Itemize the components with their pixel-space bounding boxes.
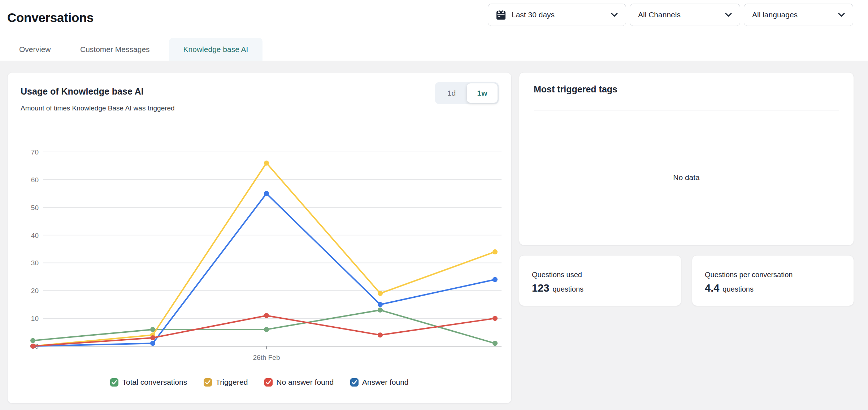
svg-text:70: 70 [31,148,39,156]
granularity-toggle: 1d 1w [435,82,499,104]
questions-per-conversation-card: Questions per conversation 4.4 questions [692,255,854,306]
tab-overview[interactable]: Overview [19,38,51,61]
legend-checkbox[interactable] [204,378,212,387]
usage-line-chart: 01020304050607026th Feb [8,140,512,375]
legend-item-total-conversations[interactable]: Total conversations [110,378,187,387]
date-range-label: Last 30 days [512,10,555,19]
svg-text:60: 60 [31,176,39,184]
legend-label: No answer found [276,378,334,387]
legend-item-answer-found[interactable]: Answer found [350,378,408,387]
stat-value-row: 4.4 questions [705,282,754,294]
legend-item-no-answer-found[interactable]: No answer found [264,378,334,387]
stat-label: Questions used [532,271,582,279]
date-range-dropdown[interactable]: Last 30 days [488,4,626,26]
checkmark-icon [112,380,117,385]
content-area: Usage of Knowledge base AI Amount of tim… [0,61,868,410]
usage-card-subtitle: Amount of times Knowledge Base AI was tr… [21,104,175,112]
tab-knowledge-base-ai[interactable]: Knowledge base AI [169,38,262,61]
page-title: Conversations [7,10,94,25]
svg-text:40: 40 [31,232,39,239]
svg-text:30: 30 [31,259,39,267]
no-data-text: No data [519,110,854,245]
most-triggered-tags-card: Most triggered tags No data [519,72,854,245]
usage-card: Usage of Knowledge base AI Amount of tim… [7,72,512,404]
checkmark-icon [352,380,357,385]
checkmark-icon [266,380,271,385]
stat-value: 4.4 [705,282,719,294]
languages-dropdown[interactable]: All languages [744,4,853,26]
usage-card-title: Usage of Knowledge base AI [21,86,144,97]
legend-checkbox[interactable] [264,378,273,387]
toggle-option-1d[interactable]: 1d [436,83,467,103]
legend-checkbox[interactable] [110,378,118,387]
chart-legend: Total conversationsTriggeredNo answer fo… [8,378,511,387]
chevron-down-icon [611,13,618,17]
toggle-option-1w[interactable]: 1w [467,83,498,103]
channels-label: All Channels [638,10,681,19]
channels-dropdown[interactable]: All Channels [630,4,740,26]
checkmark-icon [205,380,211,385]
tab-customer-messages[interactable]: Customer Messages [80,38,150,61]
stat-unit: questions [552,285,583,293]
svg-text:50: 50 [31,204,39,211]
legend-label: Triggered [216,378,248,387]
svg-text:20: 20 [31,287,39,295]
svg-text:26th Feb: 26th Feb [253,354,280,361]
chevron-down-icon [838,13,845,17]
tags-card-title: Most triggered tags [534,84,617,95]
legend-label: Total conversations [122,378,187,387]
stat-value: 123 [532,282,549,294]
filter-bar: Last 30 days All Channels All languages [488,4,853,26]
stat-value-row: 123 questions [532,282,583,294]
svg-text:10: 10 [31,315,39,322]
legend-item-triggered[interactable]: Triggered [204,378,248,387]
tab-bar: Overview Customer Messages Knowledge bas… [0,38,868,61]
languages-label: All languages [752,10,798,19]
legend-label: Answer found [362,378,408,387]
legend-checkbox[interactable] [350,378,359,387]
stat-unit: questions [722,285,754,293]
stat-label: Questions per conversation [705,271,793,279]
questions-used-card: Questions used 123 questions [519,255,681,306]
calendar-icon [496,10,506,20]
chevron-down-icon [725,13,732,17]
